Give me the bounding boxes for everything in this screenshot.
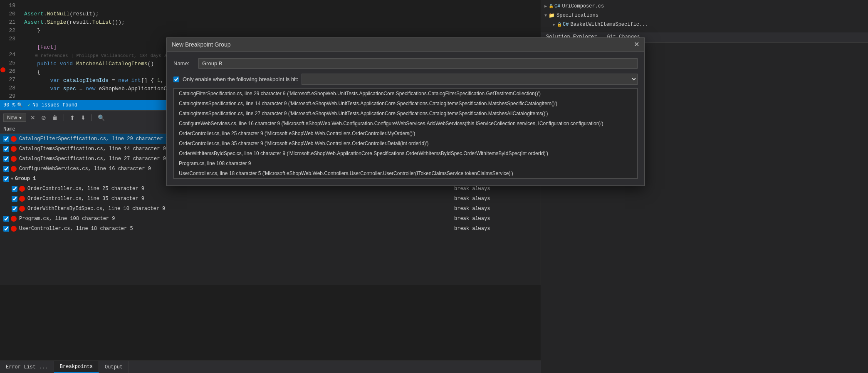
breakpoint-indicator <box>0 66 6 74</box>
lock-icon: 🔒 <box>549 4 554 9</box>
new-breakpoint-group-dialog: New Breakpoint Group ✕ Name: Only enable… <box>166 37 645 186</box>
list-item[interactable]: OrderController.cs, line 35 character 9 … <box>174 138 637 148</box>
table-row[interactable]: OrderController.cs, line 35 character 9 … <box>0 194 541 204</box>
disable-all-button[interactable]: ⊘ <box>40 114 48 121</box>
list-item[interactable]: ConfigureWebServices.cs, line 16 charact… <box>174 119 637 128</box>
file-name: UriComposer.cs <box>562 3 604 9</box>
list-item[interactable]: CatalogItemsSpecification.cs, line 14 ch… <box>174 99 637 109</box>
zoom-level: 90 % <box>3 102 15 108</box>
list-item[interactable]: OrderController.cs, line 25 character 9 … <box>174 128 637 138</box>
bp-checkbox[interactable] <box>12 196 17 202</box>
delete-all-button[interactable]: 🗑 <box>50 114 59 121</box>
chevron-down-icon: ▼ <box>18 116 22 120</box>
breakpoint-icon <box>19 206 25 212</box>
breakpoint-icon <box>11 156 17 162</box>
bottom-tabs: Error List ... Breakpoints Output <box>0 361 541 373</box>
arrow-icon: ▶ <box>544 4 547 9</box>
cs-file-icon: C# <box>554 3 560 9</box>
bp-break-condition: break always <box>454 186 537 192</box>
bp-checkbox[interactable] <box>12 206 17 212</box>
name-field-row: Name: <box>173 58 638 69</box>
line-numbers: 19 20 21 22 23 24 25 26 27 28 29 30 <box>0 0 19 100</box>
bp-name: OrderWithItemsByIdSpec.cs, line 10 chara… <box>27 206 454 212</box>
breakpoint-icon <box>11 166 17 172</box>
zoom-indicator: 90 % 🔍 <box>3 102 23 108</box>
new-button-label: New <box>7 115 17 121</box>
separator-1 <box>64 114 64 121</box>
name-input[interactable] <box>198 58 638 69</box>
dialog-header: New Breakpoint Group ✕ <box>167 38 644 52</box>
folder-name: Specifications <box>556 12 598 18</box>
bp-checkbox[interactable] <box>3 156 9 162</box>
list-item[interactable]: UserController.cs, line 18 character 5 (… <box>174 168 637 178</box>
breakpoint-dot <box>0 67 5 72</box>
dropdown-list: CatalogFilterSpecification.cs, line 29 c… <box>173 88 638 179</box>
table-row[interactable]: OrderWithItemsByIdSpec.cs, line 10 chara… <box>0 204 541 214</box>
file-name: BasketWithItemsSpecific... <box>570 22 648 27</box>
table-row[interactable]: Program.cs, line 108 character 9 break a… <box>0 214 541 224</box>
breakpoint-icon <box>19 196 25 202</box>
tab-output[interactable]: Output <box>99 361 129 373</box>
bp-checkbox[interactable] <box>3 146 9 152</box>
separator-2 <box>91 114 92 121</box>
zoom-icon: 🔍 <box>17 102 23 108</box>
dialog-title: New Breakpoint Group <box>172 41 231 48</box>
arrow-icon: ▼ <box>544 13 547 18</box>
dialog-body: Name: Only enable when the following bre… <box>167 52 644 185</box>
list-item[interactable]: Program.cs, line 108 character 9 <box>174 158 637 168</box>
bp-checkbox[interactable] <box>3 136 9 142</box>
bp-break-condition: break always <box>454 216 537 222</box>
breakpoint-icon <box>11 226 17 232</box>
list-item[interactable]: CatalogItemsSpecification.cs, line 27 ch… <box>174 109 637 119</box>
delete-button[interactable]: ✕ <box>29 114 37 121</box>
bp-break-condition: break always <box>454 206 537 212</box>
tab-breakpoints[interactable]: Breakpoints <box>54 361 99 373</box>
bp-checkbox[interactable] <box>12 186 17 192</box>
bp-name: UserController.cs, line 18 character 5 <box>19 226 454 232</box>
bp-name: Program.cs, line 108 character 9 <box>19 216 454 222</box>
breakpoint-icon <box>19 186 25 192</box>
bp-name: OrderController.cs, line 25 character 9 <box>27 186 454 192</box>
checkbox-row: Only enable when the following breakpoin… <box>173 74 638 85</box>
bp-break-condition: break always <box>454 226 537 232</box>
issues-indicator: ✓ No issues found <box>28 102 77 108</box>
import-button[interactable]: ⬇ <box>79 114 87 121</box>
tab-error-list[interactable]: Error List ... <box>0 361 54 373</box>
bp-checkbox[interactable] <box>3 166 9 172</box>
tree-item[interactable]: ▼ 📁 Specifications <box>541 11 868 20</box>
tab-label: Breakpoints <box>60 364 93 370</box>
arrow-icon: ▶ <box>553 22 555 27</box>
enable-when-checkbox[interactable] <box>173 77 179 82</box>
folder-icon: 📁 <box>549 12 555 19</box>
breakpoint-icon <box>11 146 17 152</box>
tab-label: Output <box>105 364 123 370</box>
lock-icon: 🔒 <box>557 22 562 27</box>
issues-text: No issues found <box>32 102 77 108</box>
cs-file-icon: C# <box>563 22 569 27</box>
search-button[interactable]: 🔍 <box>96 114 106 121</box>
name-label: Name: <box>173 60 198 67</box>
list-item[interactable]: CatalogFilterSpecification.cs, line 29 c… <box>174 89 637 99</box>
table-row[interactable]: UserController.cs, line 18 character 5 b… <box>0 224 541 234</box>
list-item[interactable]: OrderWithItemsByIdSpec.cs, line 10 chara… <box>174 148 637 158</box>
bp-name: OrderController.cs, line 35 character 9 <box>27 196 454 202</box>
checkbox-label: Only enable when the following breakpoin… <box>183 76 298 82</box>
breakpoint-dropdown[interactable] <box>302 74 638 85</box>
bp-checkbox[interactable] <box>3 176 9 182</box>
export-button[interactable]: ⬆ <box>68 114 77 121</box>
breakpoint-icon <box>11 136 17 142</box>
tree-item[interactable]: ▶ 🔒 C# BasketWithItemsSpecific... <box>541 20 868 29</box>
expand-icon: ▼ <box>11 177 13 181</box>
bp-break-condition: break always <box>454 196 537 202</box>
new-button[interactable]: New ▼ <box>3 114 26 122</box>
check-icon: ✓ <box>28 102 31 108</box>
tree-item[interactable]: ▶ 🔒 C# UriComposer.cs <box>541 2 868 11</box>
bp-checkbox[interactable] <box>3 216 9 222</box>
bp-checkbox[interactable] <box>3 226 9 232</box>
dialog-close-button[interactable]: ✕ <box>634 41 639 48</box>
solution-tree: ▶ 🔒 C# UriComposer.cs ▼ 📁 Specifications… <box>541 0 868 31</box>
tab-label: Error List ... <box>6 364 48 370</box>
breakpoint-icon <box>11 216 17 222</box>
